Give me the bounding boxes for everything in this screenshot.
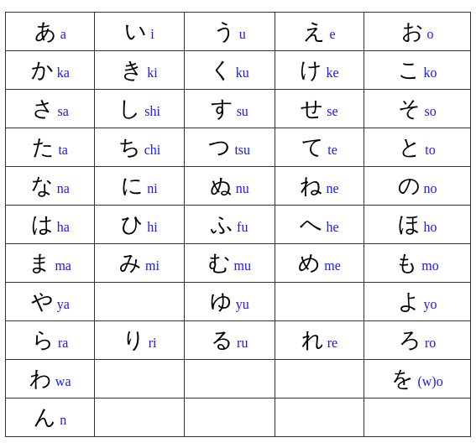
- table-cell-r8-c2: るru: [184, 320, 275, 359]
- kana-char: す: [211, 96, 233, 121]
- table-cell-r2-c4: そso: [364, 89, 471, 128]
- table-cell-r0-c3: えe: [275, 12, 364, 50]
- table-cell-r6-c3: めme: [275, 243, 364, 282]
- table-cell-r8-c1: りri: [95, 320, 184, 359]
- table-cell-r5-c1: ひhi: [95, 205, 184, 243]
- romaji-label: ko: [424, 65, 437, 80]
- kana-char: わ: [29, 367, 52, 391]
- table-cell-r9-c0: わwa: [6, 359, 95, 398]
- table-cell-r10-c3: [275, 398, 364, 436]
- kana-char: ね: [300, 174, 322, 198]
- romaji-label: ku: [236, 65, 249, 80]
- hiragana-table: あaいiうuえeおoかkaきkiくkuけkeこkoさsaしshiすsuせseそs…: [5, 12, 471, 437]
- kana-char: そ: [398, 96, 421, 121]
- table-cell-r6-c1: みmi: [95, 243, 184, 282]
- kana-char: つ: [208, 135, 231, 159]
- kana-char: は: [31, 212, 54, 237]
- table-cell-r10-c2: [184, 398, 275, 436]
- romaji-label: yu: [236, 297, 249, 311]
- romaji-label: ro: [425, 336, 436, 350]
- kana-char: こ: [398, 58, 421, 82]
- romaji-label: (w)o: [417, 374, 442, 388]
- romaji-label: to: [425, 143, 435, 157]
- kana-char: ら: [32, 328, 55, 352]
- romaji-label: ha: [57, 220, 70, 234]
- romaji-label: so: [424, 104, 436, 118]
- kana-char: い: [124, 19, 147, 44]
- romaji-label: ta: [58, 143, 68, 157]
- table-cell-r7-c4: よyo: [364, 282, 471, 320]
- romaji-label: ho: [424, 220, 437, 234]
- table-cell-r8-c3: れre: [275, 320, 364, 359]
- kana-char: ぬ: [210, 174, 233, 198]
- table-cell-r3-c1: ちchi: [95, 128, 184, 166]
- table-cell-r6-c2: むmu: [184, 243, 275, 282]
- romaji-label: ki: [147, 65, 157, 80]
- romaji-label: ru: [237, 336, 248, 350]
- romaji-label: no: [424, 181, 437, 195]
- table-cell-r1-c4: こko: [364, 50, 471, 89]
- romaji-label: ni: [147, 181, 157, 195]
- romaji-label: sa: [58, 104, 69, 118]
- table-cell-r2-c0: さsa: [6, 89, 95, 128]
- kana-char: た: [32, 135, 55, 159]
- kana-char: ゆ: [210, 289, 233, 314]
- kana-char: り: [123, 328, 145, 352]
- romaji-label: nu: [236, 181, 249, 195]
- table-cell-r9-c1: [95, 359, 184, 398]
- kana-char: せ: [301, 96, 323, 121]
- romaji-label: he: [326, 220, 338, 234]
- table-cell-r7-c2: ゆyu: [184, 282, 275, 320]
- table-cell-r6-c0: まma: [6, 243, 95, 282]
- kana-char: み: [119, 251, 142, 275]
- table-cell-r5-c3: へhe: [275, 205, 364, 243]
- table-cell-r8-c4: ろro: [364, 320, 471, 359]
- kana-char: し: [118, 96, 141, 121]
- table-cell-r1-c2: くku: [184, 50, 275, 89]
- romaji-label: ne: [326, 181, 338, 195]
- table-cell-r0-c4: おo: [364, 12, 471, 50]
- kana-char: へ: [300, 212, 322, 237]
- table-cell-r0-c1: いi: [95, 12, 184, 50]
- table-cell-r4-c3: ねne: [275, 166, 364, 205]
- table-cell-r7-c1: [95, 282, 184, 320]
- romaji-label: me: [324, 258, 341, 273]
- table-cell-r2-c3: せse: [275, 89, 364, 128]
- table-cell-r5-c2: ふfu: [184, 205, 275, 243]
- table-cell-r3-c0: たta: [6, 128, 95, 166]
- kana-char: ほ: [398, 212, 421, 237]
- kana-char: け: [300, 58, 322, 82]
- romaji-label: o: [427, 27, 434, 41]
- kana-char: く: [210, 58, 233, 82]
- romaji-label: mu: [234, 258, 251, 273]
- kana-char: ま: [29, 251, 51, 275]
- table-cell-r5-c4: ほho: [364, 205, 471, 243]
- romaji-label: e: [329, 27, 335, 41]
- table-cell-r3-c4: とto: [364, 128, 471, 166]
- table-cell-r1-c0: かka: [6, 50, 95, 89]
- kana-char: ふ: [211, 212, 233, 237]
- romaji-label: ya: [57, 297, 70, 311]
- kana-char: か: [31, 58, 54, 82]
- romaji-label: ke: [326, 65, 338, 80]
- romaji-label: se: [327, 104, 337, 118]
- romaji-label: wa: [55, 374, 71, 388]
- table-cell-r3-c3: てte: [275, 128, 364, 166]
- romaji-label: yo: [424, 297, 437, 311]
- table-cell-r6-c4: もmo: [364, 243, 471, 282]
- table-cell-r1-c1: きki: [95, 50, 184, 89]
- romaji-label: fu: [237, 220, 248, 234]
- table-cell-r4-c2: ぬnu: [184, 166, 275, 205]
- romaji-label: te: [327, 143, 337, 157]
- table-cell-r7-c0: やya: [6, 282, 95, 320]
- romaji-label: ra: [58, 336, 68, 350]
- kana-char: る: [211, 328, 233, 352]
- romaji-label: i: [150, 27, 154, 41]
- kana-char: お: [401, 19, 424, 44]
- romaji-label: re: [327, 336, 337, 350]
- kana-char: め: [298, 251, 321, 275]
- romaji-label: mo: [421, 258, 438, 273]
- table-cell-r9-c2: [184, 359, 275, 398]
- table-cell-r9-c4: を(w)o: [364, 359, 471, 398]
- table-cell-r2-c1: しshi: [95, 89, 184, 128]
